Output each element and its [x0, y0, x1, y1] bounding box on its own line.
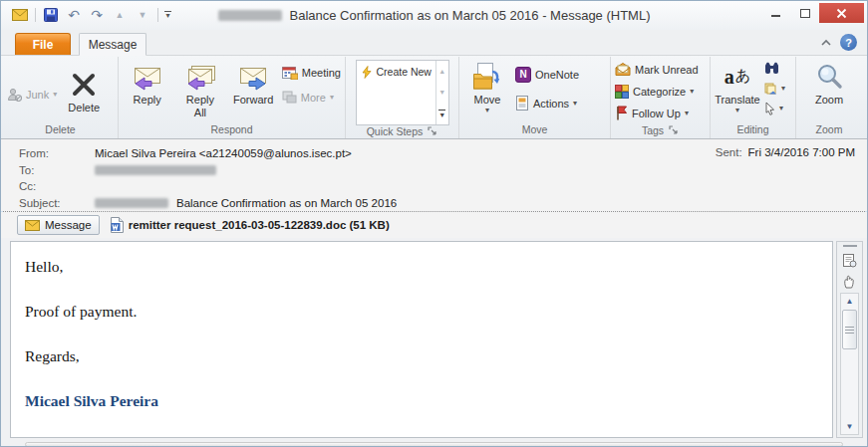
gallery-down-button[interactable]: ▼ [436, 82, 448, 103]
dialog-launcher-icon[interactable] [428, 126, 437, 136]
zoom-label: Zoom [815, 94, 843, 107]
select-button[interactable]: ▾ [762, 100, 787, 116]
onenote-icon: N [515, 67, 531, 83]
customize-qat-button[interactable]: ▾ [164, 11, 171, 19]
title-bar: ↶ ↷ ▲ ▼ ▾ Balance Confirmation as on Mar… [1, 1, 867, 30]
zoom-magnifier-icon [815, 60, 843, 94]
categorize-icon [615, 85, 629, 99]
binoculars-icon [764, 62, 779, 75]
group-label-move: Move [461, 121, 608, 138]
reading-pane: Hello, Proof of payment. Regards, Micael… [1, 238, 867, 440]
minimize-button[interactable] [761, 3, 790, 23]
reply-all-label: Reply All [180, 94, 220, 118]
create-new-label: Create New [377, 66, 432, 78]
move-label: Move [474, 94, 501, 107]
undo-button[interactable]: ↶ [65, 6, 83, 24]
gallery-more-button[interactable]: ▼ [436, 104, 448, 124]
group-label-tags: Tags [613, 123, 708, 138]
related-button[interactable]: ▾ [762, 80, 787, 97]
attachment-item[interactable]: remitter request_2016-03-05-122839.doc (… [110, 217, 390, 233]
reply-all-envelope-icon [183, 60, 217, 94]
translate-icon: aあ [724, 60, 750, 94]
ribbon-group-move: Move ▾ N OneNote Actions ▾ Move [459, 57, 611, 138]
translate-label: Translate [715, 94, 759, 107]
scroll-down-button[interactable]: ▼ [841, 419, 858, 434]
window-controls [761, 3, 864, 23]
splitter-grip[interactable] [843, 245, 857, 247]
delete-button[interactable]: Delete [59, 66, 109, 114]
attachment-filename: remitter request_2016-03-05-122839.doc (… [129, 219, 390, 231]
message-tab-label: Message [45, 219, 92, 231]
tab-message[interactable]: Message [79, 33, 146, 56]
message-envelope-icon [25, 220, 40, 231]
message-view-tab[interactable]: Message [17, 215, 100, 235]
ribbon-group-tags: Mark Unread Categorize ▾ Follow Up ▾ Tag [611, 57, 711, 138]
sent-timestamp: Sent: Fri 3/4/2016 7:00 PM [716, 146, 855, 158]
select-cursor-icon [764, 102, 775, 115]
create-new-quick-step[interactable]: Create New [359, 64, 434, 80]
next-item-button[interactable]: ▼ [134, 6, 151, 24]
dropdown-icon: ▾ [330, 94, 334, 102]
dropdown-icon: ▾ [485, 107, 489, 114]
mark-unread-icon [615, 63, 631, 76]
dropdown-icon: ▾ [781, 85, 785, 93]
more-respond-button[interactable]: More ▾ [280, 87, 343, 108]
reading-view-icon[interactable] [840, 251, 859, 270]
redacted-to-value [95, 165, 216, 175]
sent-value: Fri 3/4/2016 7:00 PM [748, 146, 855, 158]
tab-file[interactable]: File [15, 33, 71, 55]
vertical-scrollbar[interactable]: ▲ ▼ [840, 293, 859, 435]
maximize-button[interactable] [790, 3, 819, 23]
junk-icon [7, 88, 22, 102]
gallery-up-button[interactable]: ▲ [436, 61, 448, 82]
people-pane-splitter[interactable] [1, 440, 867, 447]
ribbon-group-respond: Reply Reply All Forward [119, 57, 346, 138]
message-body[interactable]: Hello, Proof of payment. Regards, Micael… [10, 241, 833, 438]
find-button[interactable] [762, 60, 787, 77]
previous-item-button[interactable]: ▲ [111, 6, 129, 24]
dialog-launcher-icon[interactable] [669, 125, 679, 135]
quick-access-toolbar: ↶ ↷ ▲ ▼ ▾ [11, 6, 171, 24]
save-button[interactable] [42, 6, 60, 24]
redo-button[interactable]: ↷ [88, 6, 106, 24]
more-icon [282, 91, 297, 104]
junk-label: Junk [26, 89, 49, 101]
actions-button[interactable]: Actions ▾ [513, 93, 581, 113]
scrollbar-track[interactable] [841, 350, 858, 419]
body-line: Hello, [25, 258, 832, 276]
group-label-quick-steps: Quick Steps [348, 125, 456, 138]
forward-button[interactable]: Forward [227, 58, 280, 107]
zoom-button[interactable]: Zoom [804, 58, 854, 107]
follow-up-label: Follow Up [632, 108, 681, 119]
translate-button[interactable]: aあ Translate ▾ [713, 58, 762, 114]
panning-hand-icon[interactable] [840, 272, 859, 291]
scroll-up-button[interactable]: ▲ [841, 294, 858, 309]
meeting-icon [282, 65, 298, 80]
close-button[interactable] [819, 3, 864, 23]
scrollbar-thumb[interactable] [842, 310, 857, 349]
delete-label: Delete [68, 102, 100, 114]
categorize-label: Categorize [633, 86, 686, 98]
reply-all-button[interactable]: Reply All [173, 58, 226, 118]
move-button[interactable]: Move ▾ [461, 58, 513, 114]
message-header: From: Micael Silva Pereira <a21240059@al… [1, 139, 867, 211]
header-row-to: To: [19, 162, 857, 179]
redacted-subject-prefix [95, 198, 168, 208]
subject-label: Subject: [19, 197, 95, 209]
junk-button[interactable]: Junk ▾ [5, 85, 59, 106]
minimize-ribbon-icon[interactable] [820, 39, 832, 47]
reply-button[interactable]: Reply [121, 58, 173, 107]
follow-up-button[interactable]: Follow Up ▾ [613, 103, 701, 123]
meeting-button[interactable]: Meeting [280, 62, 343, 83]
group-label-editing: Editing [713, 121, 793, 138]
signature-text: Micael Silva Pereira [25, 392, 832, 410]
mark-unread-label: Mark Unread [635, 64, 699, 76]
window-title-text: Balance Confirmation as on March 05 2016… [290, 8, 651, 23]
onenote-button[interactable]: N OneNote [513, 64, 581, 85]
help-button[interactable]: ? [840, 34, 857, 51]
group-label-zoom: Zoom [798, 121, 860, 138]
dropdown-icon: ▾ [735, 107, 739, 114]
mark-unread-button[interactable]: Mark Unread [613, 59, 701, 80]
categorize-button[interactable]: Categorize ▾ [613, 81, 701, 102]
sent-label: Sent: [716, 146, 742, 158]
